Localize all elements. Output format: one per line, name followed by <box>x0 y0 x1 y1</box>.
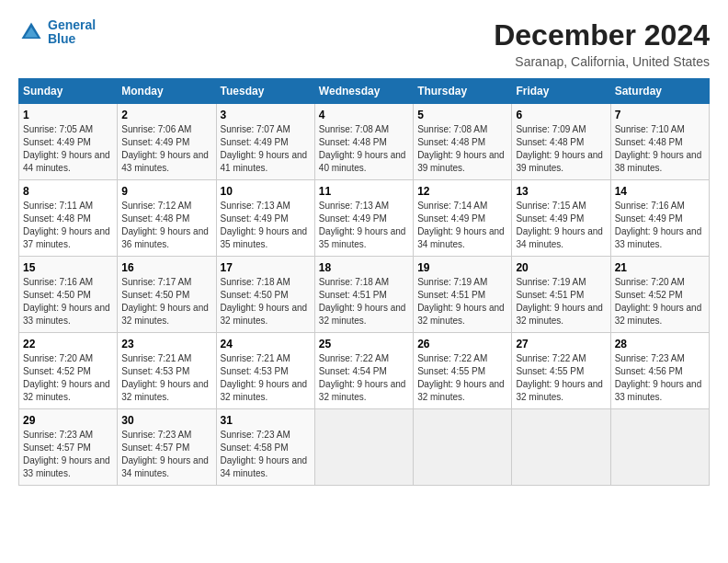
table-cell: 21 Sunrise: 7:20 AM Sunset: 4:52 PM Dayl… <box>610 257 709 333</box>
day-info: Sunrise: 7:07 AM Sunset: 4:49 PM Dayligh… <box>221 123 311 175</box>
day-number: 2 <box>121 109 211 121</box>
logo-blue: Blue <box>48 32 96 46</box>
table-cell: 6 Sunrise: 7:09 AM Sunset: 4:48 PM Dayli… <box>512 104 610 180</box>
table-cell: 9 Sunrise: 7:12 AM Sunset: 4:48 PM Dayli… <box>118 180 216 257</box>
calendar-table: Sunday Monday Tuesday Wednesday Thursday… <box>18 78 710 486</box>
header-row: Sunday Monday Tuesday Wednesday Thursday… <box>19 79 710 104</box>
table-cell: 31 Sunrise: 7:23 AM Sunset: 4:58 PM Dayl… <box>216 409 314 486</box>
table-cell <box>610 409 709 486</box>
logo-text: General Blue <box>48 18 96 47</box>
day-number: 20 <box>516 261 606 274</box>
table-cell: 18 Sunrise: 7:18 AM Sunset: 4:51 PM Dayl… <box>314 257 413 333</box>
col-monday: Monday <box>118 79 216 104</box>
table-cell: 3 Sunrise: 7:07 AM Sunset: 4:49 PM Dayli… <box>216 104 314 180</box>
table-cell <box>314 409 413 486</box>
day-info: Sunrise: 7:05 AM Sunset: 4:49 PM Dayligh… <box>23 123 113 175</box>
table-cell: 19 Sunrise: 7:19 AM Sunset: 4:51 PM Dayl… <box>414 257 512 333</box>
day-info: Sunrise: 7:13 AM Sunset: 4:49 PM Dayligh… <box>319 200 409 251</box>
table-cell: 26 Sunrise: 7:22 AM Sunset: 4:55 PM Dayl… <box>414 333 512 409</box>
table-cell: 7 Sunrise: 7:10 AM Sunset: 4:48 PM Dayli… <box>610 104 709 180</box>
logo-icon <box>18 19 44 45</box>
table-cell: 23 Sunrise: 7:21 AM Sunset: 4:53 PM Dayl… <box>118 333 216 409</box>
day-info: Sunrise: 7:16 AM Sunset: 4:49 PM Dayligh… <box>615 200 705 251</box>
calendar-row: 8 Sunrise: 7:11 AM Sunset: 4:48 PM Dayli… <box>19 180 710 257</box>
table-cell: 15 Sunrise: 7:16 AM Sunset: 4:50 PM Dayl… <box>19 257 118 333</box>
day-number: 29 <box>23 414 113 427</box>
day-number: 26 <box>417 338 507 350</box>
location: Saranap, California, United States <box>494 54 710 69</box>
logo: General Blue <box>18 18 96 47</box>
day-number: 21 <box>615 261 705 274</box>
day-number: 7 <box>615 109 705 121</box>
day-number: 10 <box>221 185 311 198</box>
month-title: December 2024 <box>494 18 710 52</box>
day-info: Sunrise: 7:06 AM Sunset: 4:49 PM Dayligh… <box>121 123 211 175</box>
calendar-row: 15 Sunrise: 7:16 AM Sunset: 4:50 PM Dayl… <box>19 257 710 333</box>
col-saturday: Saturday <box>610 79 709 104</box>
table-cell: 12 Sunrise: 7:14 AM Sunset: 4:49 PM Dayl… <box>414 180 512 257</box>
day-number: 15 <box>23 261 113 274</box>
day-info: Sunrise: 7:17 AM Sunset: 4:50 PM Dayligh… <box>121 276 211 327</box>
day-number: 13 <box>516 185 606 198</box>
day-info: Sunrise: 7:11 AM Sunset: 4:48 PM Dayligh… <box>23 200 113 251</box>
day-number: 9 <box>121 185 211 198</box>
day-info: Sunrise: 7:20 AM Sunset: 4:52 PM Dayligh… <box>615 276 705 327</box>
col-wednesday: Wednesday <box>314 79 413 104</box>
table-cell: 1 Sunrise: 7:05 AM Sunset: 4:49 PM Dayli… <box>19 104 118 180</box>
table-cell: 8 Sunrise: 7:11 AM Sunset: 4:48 PM Dayli… <box>19 180 118 257</box>
table-cell: 10 Sunrise: 7:13 AM Sunset: 4:49 PM Dayl… <box>216 180 314 257</box>
day-info: Sunrise: 7:23 AM Sunset: 4:58 PM Dayligh… <box>221 429 311 480</box>
day-number: 3 <box>221 109 311 121</box>
day-info: Sunrise: 7:23 AM Sunset: 4:56 PM Dayligh… <box>615 352 705 404</box>
day-info: Sunrise: 7:19 AM Sunset: 4:51 PM Dayligh… <box>417 276 507 327</box>
day-number: 5 <box>417 109 507 121</box>
calendar-header: Sunday Monday Tuesday Wednesday Thursday… <box>19 79 710 104</box>
col-tuesday: Tuesday <box>216 79 314 104</box>
calendar-row: 22 Sunrise: 7:20 AM Sunset: 4:52 PM Dayl… <box>19 333 710 409</box>
logo-general: General <box>48 17 96 32</box>
day-number: 16 <box>121 261 211 274</box>
table-cell <box>414 409 512 486</box>
day-number: 1 <box>23 109 113 121</box>
table-cell: 20 Sunrise: 7:19 AM Sunset: 4:51 PM Dayl… <box>512 257 610 333</box>
day-info: Sunrise: 7:15 AM Sunset: 4:49 PM Dayligh… <box>516 200 606 251</box>
day-info: Sunrise: 7:19 AM Sunset: 4:51 PM Dayligh… <box>516 276 606 327</box>
day-number: 27 <box>516 338 606 350</box>
day-number: 18 <box>319 261 409 274</box>
col-thursday: Thursday <box>414 79 512 104</box>
day-number: 14 <box>615 185 705 198</box>
day-info: Sunrise: 7:16 AM Sunset: 4:50 PM Dayligh… <box>23 276 113 327</box>
day-info: Sunrise: 7:10 AM Sunset: 4:48 PM Dayligh… <box>615 123 705 175</box>
table-cell: 16 Sunrise: 7:17 AM Sunset: 4:50 PM Dayl… <box>118 257 216 333</box>
table-cell: 17 Sunrise: 7:18 AM Sunset: 4:50 PM Dayl… <box>216 257 314 333</box>
day-info: Sunrise: 7:18 AM Sunset: 4:51 PM Dayligh… <box>319 276 409 327</box>
day-number: 22 <box>23 338 113 350</box>
title-area: December 2024 Saranap, California, Unite… <box>494 18 710 69</box>
day-number: 23 <box>121 338 211 350</box>
table-cell: 4 Sunrise: 7:08 AM Sunset: 4:48 PM Dayli… <box>314 104 413 180</box>
table-cell: 28 Sunrise: 7:23 AM Sunset: 4:56 PM Dayl… <box>610 333 709 409</box>
table-cell: 2 Sunrise: 7:06 AM Sunset: 4:49 PM Dayli… <box>118 104 216 180</box>
day-number: 25 <box>319 338 409 350</box>
day-info: Sunrise: 7:23 AM Sunset: 4:57 PM Dayligh… <box>23 429 113 480</box>
day-info: Sunrise: 7:18 AM Sunset: 4:50 PM Dayligh… <box>221 276 311 327</box>
day-info: Sunrise: 7:08 AM Sunset: 4:48 PM Dayligh… <box>417 123 507 175</box>
table-cell: 24 Sunrise: 7:21 AM Sunset: 4:53 PM Dayl… <box>216 333 314 409</box>
day-info: Sunrise: 7:22 AM Sunset: 4:55 PM Dayligh… <box>516 352 606 404</box>
day-info: Sunrise: 7:22 AM Sunset: 4:54 PM Dayligh… <box>319 352 409 404</box>
day-number: 31 <box>221 414 311 427</box>
day-info: Sunrise: 7:09 AM Sunset: 4:48 PM Dayligh… <box>516 123 606 175</box>
col-sunday: Sunday <box>19 79 118 104</box>
day-info: Sunrise: 7:08 AM Sunset: 4:48 PM Dayligh… <box>319 123 409 175</box>
page-container: General Blue December 2024 Saranap, Cali… <box>18 18 710 486</box>
day-number: 4 <box>319 109 409 121</box>
day-info: Sunrise: 7:12 AM Sunset: 4:48 PM Dayligh… <box>121 200 211 251</box>
day-number: 12 <box>417 185 507 198</box>
day-info: Sunrise: 7:21 AM Sunset: 4:53 PM Dayligh… <box>221 352 311 404</box>
col-friday: Friday <box>512 79 610 104</box>
day-number: 30 <box>121 414 211 427</box>
table-cell: 30 Sunrise: 7:23 AM Sunset: 4:57 PM Dayl… <box>118 409 216 486</box>
day-number: 19 <box>417 261 507 274</box>
day-number: 6 <box>516 109 606 121</box>
day-number: 17 <box>221 261 311 274</box>
